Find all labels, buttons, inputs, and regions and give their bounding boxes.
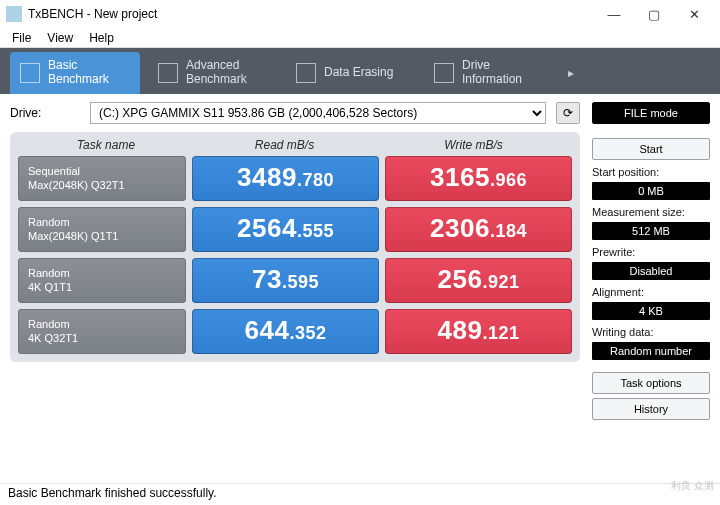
write-dec: .921	[482, 272, 519, 293]
writing-data-label: Writing data:	[592, 326, 710, 338]
write-value: 2306.184	[385, 207, 572, 252]
read-int: 2564	[237, 213, 297, 244]
measurement-size-label: Measurement size:	[592, 206, 710, 218]
start-position-label: Start position:	[592, 166, 710, 178]
start-button[interactable]: Start	[592, 138, 710, 160]
prewrite-value[interactable]: Disabled	[592, 262, 710, 280]
write-int: 3165	[430, 162, 490, 193]
task-label: Random 4K Q1T1	[18, 258, 186, 303]
task-line2: 4K Q32T1	[28, 332, 176, 346]
tab-basic-benchmark[interactable]: Basic Benchmark	[10, 52, 140, 94]
content: Drive: (C:) XPG GAMMIX S11 953.86 GB (2,…	[0, 94, 720, 424]
drive-select[interactable]: (C:) XPG GAMMIX S11 953.86 GB (2,000,406…	[90, 102, 546, 124]
tab-label: Advanced Benchmark	[186, 59, 247, 87]
results-card: Task name Read mB/s Write mB/s Sequentia…	[10, 132, 580, 362]
window-title: TxBENCH - New project	[28, 7, 594, 21]
col-read: Read mB/s	[190, 138, 379, 152]
menu-view[interactable]: View	[39, 31, 81, 45]
tab-advanced-benchmark[interactable]: Advanced Benchmark	[148, 52, 278, 94]
bars-icon	[158, 63, 178, 83]
task-line1: Random	[28, 267, 176, 281]
table-row: Random 4K Q1T1 73.595 256.921	[18, 258, 572, 303]
tab-label: Basic Benchmark	[48, 59, 109, 87]
task-label: Random Max(2048K) Q1T1	[18, 207, 186, 252]
task-label: Random 4K Q32T1	[18, 309, 186, 354]
gauge-icon	[20, 63, 40, 83]
write-value: 3165.966	[385, 156, 572, 201]
status-bar: Basic Benchmark finished successfully.	[0, 483, 720, 505]
table-row: Random 4K Q32T1 644.352 489.121	[18, 309, 572, 354]
side-panel: FILE mode Start Start position: 0 MB Mea…	[592, 102, 710, 420]
menubar: File View Help	[0, 28, 720, 48]
prewrite-label: Prewrite:	[592, 246, 710, 258]
refresh-button[interactable]: ⟳	[556, 102, 580, 124]
write-int: 489	[438, 315, 483, 346]
col-task: Task name	[22, 138, 190, 152]
task-label: Sequential Max(2048K) Q32T1	[18, 156, 186, 201]
minimize-button[interactable]: —	[594, 7, 634, 22]
write-dec: .966	[490, 170, 527, 191]
refresh-icon: ⟳	[563, 106, 573, 120]
write-value: 256.921	[385, 258, 572, 303]
read-dec: .555	[297, 221, 334, 242]
write-int: 2306	[430, 213, 490, 244]
tab-label: Drive Information	[462, 59, 522, 87]
erase-icon	[296, 63, 316, 83]
write-dec: .184	[490, 221, 527, 242]
read-dec: .780	[297, 170, 334, 191]
alignment-value[interactable]: 4 KB	[592, 302, 710, 320]
table-row: Random Max(2048K) Q1T1 2564.555 2306.184	[18, 207, 572, 252]
task-line1: Random	[28, 216, 176, 230]
read-value: 2564.555	[192, 207, 379, 252]
drive-icon	[434, 63, 454, 83]
tab-drive-information[interactable]: Drive Information	[424, 52, 554, 94]
start-position-value[interactable]: 0 MB	[592, 182, 710, 200]
read-dec: .595	[282, 272, 319, 293]
titlebar: TxBENCH - New project — ▢ ✕	[0, 0, 720, 28]
read-int: 73	[252, 264, 282, 295]
tabs-overflow-icon[interactable]: ▸	[562, 66, 580, 80]
measurement-size-value[interactable]: 512 MB	[592, 222, 710, 240]
col-write: Write mB/s	[379, 138, 568, 152]
drive-label: Drive:	[10, 106, 80, 120]
write-dec: .121	[482, 323, 519, 344]
tab-data-erasing[interactable]: Data Erasing	[286, 52, 416, 94]
read-value: 73.595	[192, 258, 379, 303]
alignment-label: Alignment:	[592, 286, 710, 298]
main-panel: Drive: (C:) XPG GAMMIX S11 953.86 GB (2,…	[10, 102, 580, 420]
menu-help[interactable]: Help	[81, 31, 122, 45]
task-options-button[interactable]: Task options	[592, 372, 710, 394]
read-int: 3489	[237, 162, 297, 193]
watermark: 利良 众测	[671, 481, 714, 491]
app-icon	[6, 6, 22, 22]
write-value: 489.121	[385, 309, 572, 354]
task-line2: 4K Q1T1	[28, 281, 176, 295]
tab-label: Data Erasing	[324, 66, 393, 80]
read-value: 3489.780	[192, 156, 379, 201]
tabbar: Basic Benchmark Advanced Benchmark Data …	[0, 48, 720, 94]
writing-data-value[interactable]: Random number	[592, 342, 710, 360]
table-row: Sequential Max(2048K) Q32T1 3489.780 316…	[18, 156, 572, 201]
write-int: 256	[438, 264, 483, 295]
task-line2: Max(2048K) Q32T1	[28, 179, 176, 193]
file-mode-button[interactable]: FILE mode	[592, 102, 710, 124]
menu-file[interactable]: File	[4, 31, 39, 45]
drive-row: Drive: (C:) XPG GAMMIX S11 953.86 GB (2,…	[10, 102, 580, 124]
task-line1: Random	[28, 318, 176, 332]
maximize-button[interactable]: ▢	[634, 7, 674, 22]
task-line2: Max(2048K) Q1T1	[28, 230, 176, 244]
read-int: 644	[245, 315, 290, 346]
task-line1: Sequential	[28, 165, 176, 179]
history-button[interactable]: History	[592, 398, 710, 420]
table-header: Task name Read mB/s Write mB/s	[18, 138, 572, 156]
read-dec: .352	[289, 323, 326, 344]
read-value: 644.352	[192, 309, 379, 354]
close-button[interactable]: ✕	[674, 7, 714, 22]
